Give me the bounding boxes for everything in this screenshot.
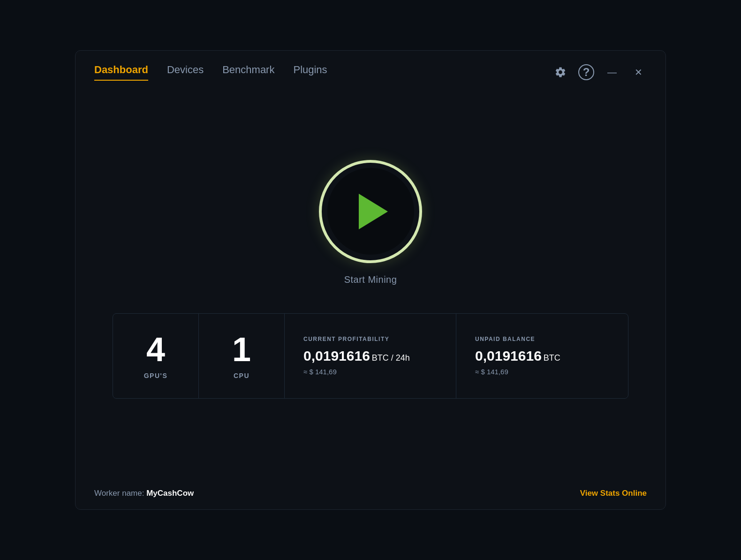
stats-grid: 4 GPU'S 1 CPU CURRENT PROFITABILITY 0,01…	[113, 313, 628, 399]
profitability-usd: ≈ $ 141,69	[303, 368, 337, 376]
worker-name: MyCashCow	[146, 489, 194, 498]
view-stats-link[interactable]: View Stats Online	[580, 489, 647, 498]
tab-devices[interactable]: Devices	[167, 64, 204, 81]
unpaid-unit: BTC	[544, 353, 560, 363]
unpaid-usd: ≈ $ 141,69	[475, 368, 508, 376]
start-mining-button[interactable]	[319, 160, 422, 263]
worker-name-container: Worker name: MyCashCow	[94, 489, 194, 498]
gpu-count: 4	[146, 333, 165, 366]
nav-bar: Dashboard Devices Benchmark Plugins ? — …	[76, 51, 665, 81]
profitability-unit: BTC / 24h	[372, 353, 410, 363]
tab-benchmark[interactable]: Benchmark	[222, 64, 274, 81]
help-button[interactable]: ?	[578, 64, 594, 80]
close-button[interactable]: ✕	[630, 64, 647, 81]
nav-tabs: Dashboard Devices Benchmark Plugins	[94, 64, 327, 81]
start-mining-label: Start Mining	[344, 274, 397, 285]
settings-button[interactable]	[552, 64, 569, 81]
help-icon: ?	[583, 66, 590, 79]
footer: Worker name: MyCashCow View Stats Online	[76, 477, 665, 509]
gpu-stat-cell: 4 GPU'S	[113, 314, 199, 398]
cpu-count: 1	[232, 333, 251, 366]
gear-icon	[554, 66, 567, 78]
unpaid-btc-value: 0,0191616	[475, 348, 542, 363]
unpaid-balance-title: UNPAID BALANCE	[475, 336, 535, 342]
unpaid-balance-cell: UNPAID BALANCE 0,0191616BTC ≈ $ 141,69	[456, 314, 628, 398]
cpu-label: CPU	[234, 372, 250, 379]
nav-controls: ? — ✕	[552, 64, 647, 81]
play-button-inner	[327, 168, 414, 255]
profitability-value: 0,0191616BTC / 24h	[303, 349, 410, 363]
main-content: Start Mining 4 GPU'S 1 CPU CURRENT PROFI…	[76, 81, 665, 477]
worker-prefix: Worker name:	[94, 489, 146, 498]
minimize-icon: —	[607, 67, 617, 78]
tab-dashboard[interactable]: Dashboard	[94, 64, 148, 81]
gpu-label: GPU'S	[144, 372, 168, 379]
cpu-stat-cell: 1 CPU	[199, 314, 285, 398]
play-icon	[359, 194, 388, 229]
profitability-title: CURRENT PROFITABILITY	[303, 336, 389, 342]
play-button-container: Start Mining	[319, 160, 422, 285]
close-icon: ✕	[635, 67, 643, 78]
profitability-cell: CURRENT PROFITABILITY 0,0191616BTC / 24h…	[285, 314, 456, 398]
tab-plugins[interactable]: Plugins	[293, 64, 327, 81]
minimize-button[interactable]: —	[604, 64, 620, 81]
unpaid-balance-value: 0,0191616BTC	[475, 349, 560, 363]
app-window: Dashboard Devices Benchmark Plugins ? — …	[75, 50, 666, 510]
profitability-btc-value: 0,0191616	[303, 348, 370, 363]
